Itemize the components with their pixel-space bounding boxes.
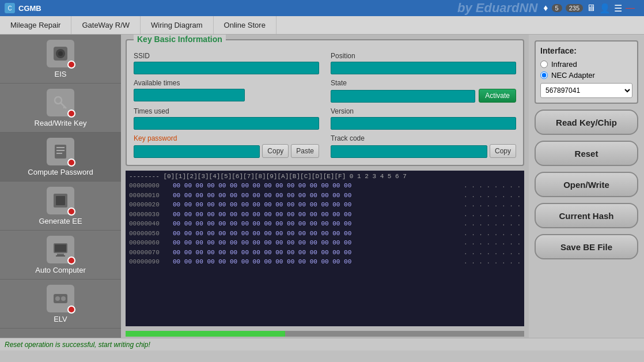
hex-row: 0000001000 00 00 00 00 00 00 00 00 00 00… bbox=[129, 191, 521, 201]
sidebar-item-eis[interactable]: EIS bbox=[0, 35, 121, 84]
hex-row: 0000009000 00 00 00 00 00 00 00 00 00 00… bbox=[129, 257, 521, 267]
reset-button[interactable]: Reset bbox=[535, 141, 638, 166]
svg-rect-8 bbox=[56, 150, 65, 151]
panel-title: Key Basic Information bbox=[134, 35, 226, 44]
computer-badge bbox=[67, 257, 75, 265]
read-key-chip-button[interactable]: Read Key/Chip bbox=[535, 110, 638, 135]
available-times-label: Available times bbox=[134, 79, 319, 87]
auto-computer-label: Auto Computer bbox=[35, 266, 85, 274]
radio-infrared[interactable] bbox=[540, 61, 548, 68]
position-label: Position bbox=[331, 52, 516, 60]
current-hash-button[interactable]: Current Hash bbox=[535, 203, 638, 228]
hex-row: 0000004000 00 00 00 00 00 00 00 00 00 00… bbox=[129, 219, 521, 229]
generate-ee-label: Generate EE bbox=[39, 217, 82, 225]
svg-point-2 bbox=[58, 51, 63, 56]
state-label: State bbox=[331, 79, 516, 87]
interface-dropdown[interactable]: 567897041 bbox=[540, 83, 632, 98]
state-row: Activate bbox=[331, 89, 516, 103]
svg-rect-15 bbox=[56, 255, 65, 257]
readwrite-key-label: Read/Write Key bbox=[35, 119, 87, 127]
paste-password-button[interactable]: Paste bbox=[291, 144, 319, 158]
copy-track-button[interactable]: Copy bbox=[490, 144, 516, 158]
menu-mileage-repair[interactable]: Mileage Repair bbox=[0, 16, 71, 34]
password-badge bbox=[67, 159, 75, 167]
key-badge bbox=[67, 110, 75, 118]
center-content: Key Basic Information SSID Position Avai… bbox=[121, 35, 529, 338]
key-icon-wrap bbox=[47, 89, 74, 116]
ee-badge bbox=[67, 208, 75, 216]
state-input[interactable] bbox=[331, 90, 475, 103]
app-title: CGMB bbox=[18, 4, 457, 13]
available-times-input[interactable] bbox=[134, 89, 245, 101]
menu-online-store[interactable]: Online Store bbox=[214, 16, 276, 34]
radio-infrared-row: Infrared bbox=[540, 60, 632, 69]
eis-label: EIS bbox=[55, 70, 67, 78]
statusbar: Reset operation is successful, start wri… bbox=[0, 338, 644, 350]
track-code-input[interactable] bbox=[331, 145, 487, 158]
diamond-icon: ♦ bbox=[543, 3, 548, 13]
position-input[interactable] bbox=[331, 62, 516, 74]
hex-rows-container: 0000000000 00 00 00 00 00 00 00 00 00 00… bbox=[129, 181, 521, 267]
hex-dump-area: -------- [0][1][2][3][4][5][6][7][8][9][… bbox=[126, 171, 524, 326]
svg-point-17 bbox=[55, 296, 60, 301]
interface-title: Interface: bbox=[540, 46, 632, 55]
state-group: State Activate bbox=[331, 79, 516, 103]
ssid-group: SSID bbox=[134, 52, 319, 74]
svg-rect-13 bbox=[55, 244, 66, 252]
hex-row: 0000005000 00 00 00 00 00 00 00 00 00 00… bbox=[129, 229, 521, 239]
progress-bar-fill bbox=[126, 331, 285, 337]
svg-rect-14 bbox=[57, 254, 64, 255]
fields-grid: SSID Position Available times State bbox=[134, 52, 516, 158]
sidebar-item-readwrite-key[interactable]: Read/Write Key bbox=[0, 84, 121, 133]
computer-icon-wrap bbox=[47, 236, 74, 263]
ee-icon-wrap bbox=[47, 187, 74, 214]
hex-row: 0000007000 00 00 00 00 00 00 00 00 00 00… bbox=[129, 248, 521, 258]
version-input[interactable] bbox=[331, 117, 516, 130]
svg-point-18 bbox=[61, 296, 66, 301]
interface-box: Interface: Infrared NEC Adapter 56789704… bbox=[535, 40, 638, 104]
menu-icon[interactable]: ☰ bbox=[614, 3, 622, 14]
elv-badge bbox=[67, 306, 75, 314]
badge-5: 5 bbox=[552, 4, 562, 12]
menu-gateway-rw[interactable]: GateWay R/W bbox=[71, 16, 141, 34]
person-icon: 👤 bbox=[599, 3, 611, 14]
key-password-input[interactable] bbox=[134, 145, 260, 158]
key-password-group: Key password Copy Paste bbox=[134, 134, 319, 158]
sidebar-item-compute-password[interactable]: Compute Password bbox=[0, 133, 121, 182]
svg-rect-9 bbox=[56, 153, 62, 154]
save-be-file-button[interactable]: Save BE File bbox=[535, 234, 638, 259]
key-password-label: Key password bbox=[134, 134, 319, 142]
sidebar: EIS Read/Write Key bbox=[0, 35, 121, 338]
sidebar-item-generate-ee[interactable]: Generate EE bbox=[0, 182, 121, 231]
sidebar-item-elv[interactable]: ELV bbox=[0, 280, 121, 329]
position-group: Position bbox=[331, 52, 516, 74]
times-used-input[interactable] bbox=[134, 117, 319, 130]
app-icon: C bbox=[5, 3, 15, 13]
main-layout: EIS Read/Write Key bbox=[0, 35, 644, 338]
svg-rect-11 bbox=[56, 196, 65, 205]
monitor-icon: 🖥 bbox=[586, 3, 596, 13]
elv-icon-wrap bbox=[47, 285, 74, 312]
key-info-panel: Key Basic Information SSID Position Avai… bbox=[126, 39, 524, 166]
hex-row: 0000000000 00 00 00 00 00 00 00 00 00 00… bbox=[129, 181, 521, 191]
activate-button[interactable]: Activate bbox=[479, 89, 516, 103]
elv-label: ELV bbox=[54, 315, 67, 323]
compute-password-label: Compute Password bbox=[28, 168, 93, 176]
radio-nec[interactable] bbox=[540, 71, 548, 79]
eis-icon-wrap bbox=[47, 40, 74, 67]
hex-row: 0000006000 00 00 00 00 00 00 00 00 00 00… bbox=[129, 238, 521, 248]
copy-password-button[interactable]: Copy bbox=[262, 144, 289, 158]
sidebar-item-auto-computer[interactable]: Auto Computer bbox=[0, 231, 121, 280]
svg-rect-6 bbox=[55, 145, 66, 159]
titlebar: C CGMB by EduardNN ♦ 5 235 🖥 👤 ☰ — bbox=[0, 0, 644, 16]
progress-bar-wrap bbox=[126, 331, 524, 337]
menubar: Mileage Repair GateWay R/W Wiring Diagra… bbox=[0, 16, 644, 35]
menu-wiring-diagram[interactable]: Wiring Diagram bbox=[141, 16, 214, 34]
right-panel: Interface: Infrared NEC Adapter 56789704… bbox=[529, 35, 644, 338]
close-icon[interactable]: — bbox=[626, 3, 635, 13]
times-used-group: Times used bbox=[134, 107, 319, 130]
watermark: by EduardNN bbox=[457, 1, 537, 16]
version-label: Version bbox=[331, 107, 516, 115]
open-write-button[interactable]: Open/Write bbox=[535, 172, 638, 197]
ssid-input[interactable] bbox=[134, 62, 319, 74]
